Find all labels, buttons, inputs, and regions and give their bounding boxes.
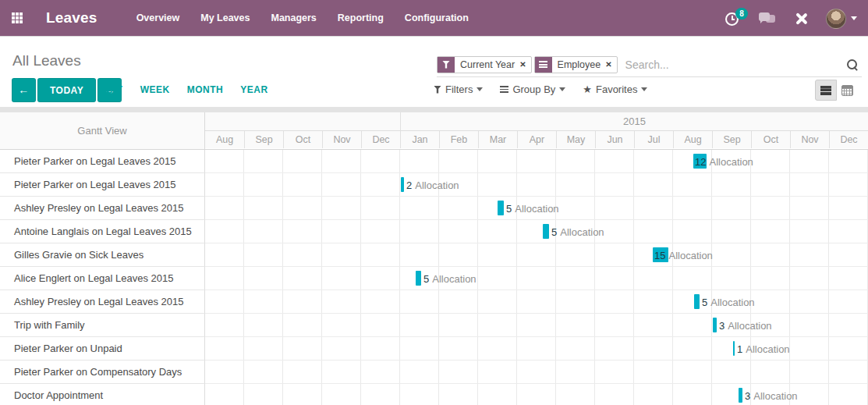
search-facets: Current YearEmployee (437, 56, 618, 73)
year-header-row: 2015 (205, 112, 868, 131)
scale-month[interactable]: MONTH (187, 84, 224, 95)
group-by-dropdown[interactable]: Group By (500, 83, 565, 95)
avatar (826, 9, 846, 29)
gantt-row-label: Ashley Presley on Legal Leaves 2015 (0, 197, 205, 220)
allocation-label: 5Allocation (423, 267, 477, 290)
page-title: All Leaves (12, 52, 81, 69)
group-icon (535, 57, 552, 73)
gantt-row-timeline: 1Allocation (205, 337, 868, 361)
filter-icon (434, 86, 441, 94)
month-header: Apr (517, 131, 556, 148)
scale-year[interactable]: YEAR (240, 84, 267, 95)
notification-badge: 8 (735, 8, 748, 20)
calendar-view-button[interactable] (837, 80, 859, 101)
group-icon (500, 86, 508, 93)
menu-item-configuration[interactable]: Configuration (405, 12, 469, 23)
menu-item-my-leaves[interactable]: My Leaves (200, 12, 250, 23)
search-input[interactable] (618, 59, 846, 71)
gantt-row-timeline: 3Allocation (205, 314, 868, 337)
navbar-systray: 8 (725, 0, 857, 37)
gantt-row-timeline: 5Allocation (205, 220, 868, 243)
filters-dropdown[interactable]: Filters (434, 83, 483, 95)
gantt-top-strip (0, 107, 868, 112)
tools-icon[interactable] (794, 12, 808, 26)
gantt-row-timeline: 3Allocation (205, 384, 868, 405)
gantt-row-label: Pieter Parker on Compensatory Days (0, 361, 205, 384)
facet-label: Employee (552, 57, 606, 73)
arrow-left-icon (18, 83, 30, 96)
allocation-label: 1Allocation (737, 337, 790, 361)
allocation-bar[interactable] (543, 224, 549, 239)
gantt-row-timeline: 5Allocation (205, 267, 868, 290)
allocation-bar[interactable] (733, 341, 735, 356)
gantt-row: Antoine Langlais on Legal Leaves 20155Al… (0, 220, 868, 243)
today-button[interactable]: TODAY (37, 78, 96, 102)
month-header: Jul (634, 131, 673, 148)
allocation-label: 3Allocation (719, 314, 772, 337)
favorites-dropdown[interactable]: Favorites (583, 83, 647, 95)
chevron-down-icon (641, 87, 647, 94)
gantt-row-label: Pieter Parker on Legal Leaves 2015 (0, 150, 205, 173)
gantt-row: Pieter Parker on Compensatory Days (0, 361, 868, 384)
search-bar: Current YearEmployee (437, 52, 862, 77)
gantt-row: Ashley Presley on Legal Leaves 20155Allo… (0, 197, 868, 220)
filter-icon (438, 57, 455, 73)
gantt-view-button[interactable] (815, 80, 837, 101)
search-icon[interactable] (846, 59, 859, 71)
menu-item-overview[interactable]: Overview (136, 12, 180, 23)
gantt-row-timeline: 12Allocation (205, 150, 868, 173)
gantt-view-label: Gantt View (0, 112, 205, 149)
gantt-row: Gilles Gravie on Sick Leaves15Allocation (0, 243, 868, 267)
month-header-row: AugSepOctNovDecJanFebMarAprMayJunJulAugS… (205, 131, 868, 148)
scale-day[interactable]: DAY (103, 84, 123, 95)
allocation-label: 2Allocation (406, 173, 459, 197)
month-header: Aug (673, 131, 712, 148)
menu-item-reporting[interactable]: Reporting (338, 12, 384, 23)
facet-remove-icon[interactable] (519, 57, 530, 73)
gantt-row: Trip with Family3Allocation (0, 314, 868, 337)
gantt-header: Gantt View 2015 AugSepOctNovDecJanFebMar… (0, 112, 868, 150)
dropdown-label: Filters (445, 83, 473, 95)
gantt-row: Alice Englert on Legal Leaves 20155Alloc… (0, 267, 868, 290)
gantt-row: Ashley Presley on Legal Leaves 20155Allo… (0, 290, 868, 314)
activities-clock-icon[interactable]: 8 (725, 11, 741, 27)
gantt-row-label: Trip with Family (0, 314, 205, 337)
month-header: Jan (400, 131, 439, 148)
allocation-bar[interactable] (416, 271, 421, 286)
month-header: Nov (790, 131, 829, 148)
allocation-bar[interactable] (693, 154, 707, 169)
calendar-view-icon (841, 85, 853, 96)
allocation-bar[interactable] (694, 294, 700, 309)
year-header (205, 112, 400, 130)
allocation-bar[interactable] (498, 201, 504, 215)
gantt-view-icon (820, 86, 831, 95)
allocation-bar[interactable] (653, 247, 668, 262)
top-navbar: Leaves OverviewMy LeavesManagersReportin… (0, 0, 868, 37)
allocation-label: 5Allocation (551, 220, 604, 243)
search-facet-employee[interactable]: Employee (534, 56, 618, 73)
gantt-time-header: 2015 AugSepOctNovDecJanFebMarAprMayJunJu… (205, 112, 868, 149)
year-header: 2015 (400, 112, 868, 130)
gantt-toolbar: TODAY DAYWEEKMONTHYEAR FiltersGroup ByFa… (0, 77, 868, 107)
allocation-label: 5Allocation (702, 290, 755, 314)
search-facet-current-year[interactable]: Current Year (437, 56, 532, 73)
gantt-view: Gantt View 2015 AugSepOctNovDecJanFebMar… (0, 107, 868, 405)
gantt-row-timeline: 15Allocation (205, 243, 868, 267)
facet-remove-icon[interactable] (605, 57, 616, 73)
month-header: Jun (595, 131, 634, 148)
gantt-row-timeline: 5Allocation (205, 290, 868, 314)
scale-week[interactable]: WEEK (140, 84, 170, 95)
gantt-row-label: Pieter Parker on Legal Leaves 2015 (0, 173, 205, 197)
chevron-down-icon (559, 87, 565, 94)
user-menu[interactable] (826, 9, 857, 29)
prev-button[interactable] (12, 78, 36, 102)
messages-icon[interactable] (759, 12, 776, 26)
main-menu: OverviewMy LeavesManagersReportingConfig… (136, 12, 469, 23)
month-header: Aug (205, 131, 244, 148)
allocation-bar[interactable] (401, 177, 404, 192)
allocation-bar[interactable] (739, 388, 742, 403)
apps-grid-icon[interactable] (10, 10, 26, 26)
menu-item-managers[interactable]: Managers (271, 12, 316, 23)
allocation-bar[interactable] (713, 318, 717, 332)
app-title: Leaves (46, 9, 97, 27)
